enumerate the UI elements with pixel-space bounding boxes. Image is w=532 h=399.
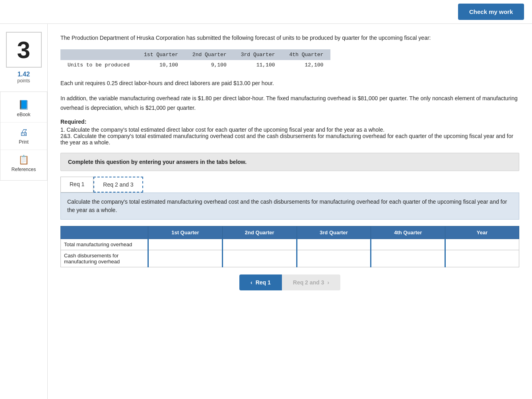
print-tool[interactable]: 🖨 Print [0, 123, 47, 150]
references-icon: 📋 [18, 155, 29, 165]
tab-req23[interactable]: Req 2 and 3 [93, 177, 143, 193]
ebook-label: eBook [17, 112, 30, 117]
answer-total-mfg-q1[interactable] [148, 239, 223, 250]
answer-row-cash-disb: Cash disbursements for manufacturing ove… [61, 250, 519, 267]
sidebar: 3 1.42 points 📘 eBook 🖨 Print 📋 Referenc… [0, 24, 48, 399]
answer-row-total-mfg: Total manufacturing overhead [61, 239, 519, 250]
intro-text: The Production Department of Hruska Corp… [60, 33, 519, 42]
next-button-label: Req 2 and 3 [293, 279, 324, 286]
prev-button[interactable]: ‹ Req 1 [239, 274, 282, 290]
answer-col-label [61, 226, 148, 239]
forecast-units-q3: 11,100 [234, 60, 282, 70]
input-total-mfg-q2[interactable] [226, 241, 293, 247]
forecast-units-q4: 12,100 [282, 60, 331, 70]
forecast-units-q2: 9,100 [185, 60, 234, 70]
next-button[interactable]: Req 2 and 3 › [282, 274, 340, 290]
answer-total-mfg-q3[interactable] [297, 239, 371, 250]
main-layout: 3 1.42 points 📘 eBook 🖨 Print 📋 Referenc… [0, 24, 532, 399]
ebook-tool[interactable]: 📘 eBook [0, 95, 47, 123]
input-cash-disb-q1[interactable] [152, 255, 219, 261]
tab-content-text: Calculate the company's total estimated … [67, 199, 507, 213]
points-value: 1.42 [17, 71, 30, 78]
input-cash-disb-q2[interactable] [226, 255, 293, 261]
required-item-2: 2&3. Calculate the company's total estim… [60, 133, 519, 146]
ebook-icon: 📘 [18, 100, 29, 110]
question-number: 3 [17, 36, 30, 64]
answer-table-container: 1st Quarter 2nd Quarter 3rd Quarter 4th … [60, 226, 519, 267]
input-cash-disb-q3[interactable] [301, 255, 367, 261]
required-label: Required: [60, 119, 519, 125]
forecast-col-q2: 2nd Quarter [185, 49, 234, 60]
answer-total-mfg-q2[interactable] [222, 239, 297, 250]
forecast-row-label: Units to be produced [60, 60, 137, 70]
main-content: The Production Department of Hruska Corp… [48, 24, 532, 399]
answer-cash-disb-q3[interactable] [297, 250, 371, 267]
tabs-row: Req 1 Req 2 and 3 [60, 177, 519, 193]
print-label: Print [19, 139, 29, 145]
next-arrow-icon: › [327, 279, 329, 286]
body-text-1: Each unit requires 0.25 direct labor-hou… [60, 79, 519, 88]
answer-cash-disb-q1[interactable] [148, 250, 223, 267]
points-label: points [17, 78, 30, 84]
answer-total-mfg-q4[interactable] [371, 239, 445, 250]
input-total-mfg-q3[interactable] [301, 241, 367, 247]
body-text-2: In addition, the variable manufacturing … [60, 94, 519, 113]
tab-req1[interactable]: Req 1 [60, 177, 93, 193]
answer-col-year: Year [445, 226, 519, 239]
question-number-box: 3 [6, 32, 42, 68]
complete-box: Complete this question by entering your … [60, 153, 519, 171]
forecast-col-label [60, 49, 137, 60]
sidebar-tools: 📘 eBook 🖨 Print 📋 References [0, 91, 47, 181]
answer-row-cash-disb-label: Cash disbursements for manufacturing ove… [61, 250, 148, 267]
forecast-table: 1st Quarter 2nd Quarter 3rd Quarter 4th … [60, 49, 330, 70]
top-bar: Check my work [0, 0, 532, 24]
forecast-units-q1: 10,100 [137, 60, 185, 70]
nav-buttons: ‹ Req 1 Req 2 and 3 › [60, 274, 519, 290]
prev-button-label: Req 1 [256, 279, 271, 286]
forecast-col-q1: 1st Quarter [137, 49, 185, 60]
input-cash-disb-year[interactable] [449, 255, 516, 261]
input-total-mfg-q4[interactable] [375, 241, 441, 247]
forecast-col-q4: 4th Quarter [282, 49, 331, 60]
prev-arrow-icon: ‹ [250, 279, 252, 286]
input-total-mfg-q1[interactable] [152, 241, 219, 247]
answer-col-q1: 1st Quarter [148, 226, 223, 239]
answer-col-q4: 4th Quarter [371, 226, 445, 239]
answer-cash-disb-q2[interactable] [222, 250, 297, 267]
required-item-1: 1. Calculate the company's total estimat… [60, 127, 519, 133]
check-work-button[interactable]: Check my work [458, 4, 524, 20]
answer-row-total-mfg-label: Total manufacturing overhead [61, 239, 148, 250]
answer-col-q2: 2nd Quarter [222, 226, 297, 239]
required-section: Required: 1. Calculate the company's tot… [60, 119, 519, 146]
references-tool[interactable]: 📋 References [0, 150, 47, 177]
print-icon: 🖨 [19, 127, 28, 138]
input-cash-disb-q4[interactable] [375, 255, 441, 261]
answer-total-mfg-year[interactable] [445, 239, 519, 250]
answer-cash-disb-year[interactable] [445, 250, 519, 267]
forecast-col-q3: 3rd Quarter [234, 49, 282, 60]
answer-cash-disb-q4[interactable] [371, 250, 445, 267]
references-label: References [12, 167, 36, 172]
input-total-mfg-year[interactable] [449, 241, 516, 247]
answer-table: 1st Quarter 2nd Quarter 3rd Quarter 4th … [60, 226, 519, 267]
tab-content-area: Calculate the company's total estimated … [60, 193, 519, 220]
forecast-row-units: Units to be produced 10,100 9,100 11,100… [60, 60, 330, 70]
answer-col-q3: 3rd Quarter [297, 226, 371, 239]
